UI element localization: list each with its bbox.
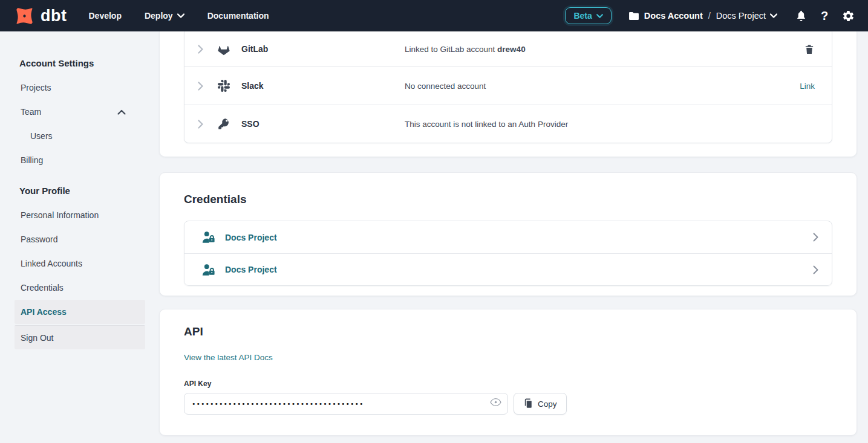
credential-row[interactable]: Docs Project: [184, 221, 832, 253]
sidebar-item-projects[interactable]: Projects: [15, 76, 145, 100]
gitlab-icon: [217, 43, 231, 56]
api-key-input[interactable]: [184, 393, 508, 415]
breadcrumb: Docs Account / Docs Project: [628, 11, 777, 21]
key-icon: [217, 118, 231, 130]
chevron-down-icon: [770, 13, 777, 18]
chevron-right-icon: [813, 233, 818, 242]
api-docs-link[interactable]: View the latest API Docs: [184, 353, 273, 362]
chevron-up-icon: [117, 109, 126, 115]
breadcrumb-account[interactable]: Docs Account: [628, 11, 703, 21]
sidebar-item-password[interactable]: Password: [15, 227, 145, 251]
folder-icon: [628, 11, 639, 21]
chevron-right-icon[interactable]: [198, 120, 203, 129]
service-name: GitLab: [241, 44, 405, 54]
top-navbar: dbt Develop Deploy Documentation Beta Do…: [0, 0, 868, 31]
credentials-table: Docs Project: [184, 221, 832, 286]
copy-icon: [523, 398, 533, 409]
service-name: SSO: [241, 119, 405, 129]
slack-icon: [217, 80, 231, 92]
nav-item-documentation[interactable]: Documentation: [207, 11, 269, 21]
trash-icon[interactable]: [804, 44, 815, 55]
primary-nav: Develop Deploy Documentation: [88, 11, 269, 21]
sidebar-item-billing[interactable]: Billing: [15, 148, 145, 172]
beta-dropdown-button[interactable]: Beta: [565, 7, 611, 24]
linked-accounts-card: GitLab Linked to GitLab account drew40: [159, 31, 857, 157]
chevron-down-icon: [596, 14, 603, 18]
credential-project-name: Docs Project: [225, 233, 277, 242]
linked-account-row-slack: Slack No connected account Link: [184, 66, 832, 105]
gitlab-username: drew40: [497, 45, 526, 54]
settings-gear-icon[interactable]: [840, 8, 856, 24]
credentials-card: Credentials Docs Project: [159, 172, 857, 296]
sidebar-item-users[interactable]: Users: [15, 124, 145, 148]
link-slack-button[interactable]: Link: [800, 82, 815, 91]
sidebar-item-linked-accounts[interactable]: Linked Accounts: [15, 251, 145, 276]
notifications-bell-icon[interactable]: [793, 8, 809, 24]
breadcrumb-separator: /: [708, 11, 711, 21]
linked-accounts-table: GitLab Linked to GitLab account drew40: [184, 31, 832, 143]
api-title: API: [184, 325, 832, 338]
settings-sidebar: Account Settings Projects Team Users Bil…: [0, 31, 159, 443]
sidebar-heading-your-profile: Your Profile: [15, 186, 159, 196]
brand-name: dbt: [41, 7, 67, 25]
main-content: GitLab Linked to GitLab account drew40: [159, 31, 868, 443]
sidebar-heading-account-settings: Account Settings: [15, 58, 159, 68]
linked-account-row-gitlab: GitLab Linked to GitLab account drew40: [184, 31, 832, 66]
eye-icon[interactable]: [490, 398, 501, 407]
credential-row[interactable]: Docs Project: [184, 253, 832, 285]
sidebar-item-sign-out[interactable]: Sign Out: [15, 325, 145, 349]
nav-item-develop[interactable]: Develop: [88, 11, 121, 21]
breadcrumb-project-dropdown[interactable]: Docs Project: [716, 11, 777, 21]
nav-item-deploy[interactable]: Deploy: [145, 11, 184, 21]
api-card: API View the latest API Docs API Key: [159, 309, 857, 436]
dbt-logo-icon: [13, 5, 36, 27]
credential-project-name: Docs Project: [225, 265, 277, 274]
sidebar-item-personal-information[interactable]: Personal Information: [15, 203, 145, 227]
service-status: Linked to GitLab account drew40: [405, 45, 804, 54]
user-lock-icon: [201, 264, 216, 276]
service-name: Slack: [241, 81, 405, 91]
service-status: No connected account: [405, 82, 800, 91]
dbt-logo[interactable]: dbt: [13, 5, 67, 27]
chevron-right-icon: [813, 265, 818, 274]
service-status: This account is not linked to an Auth Pr…: [405, 120, 815, 129]
copy-api-key-button[interactable]: Copy: [514, 393, 567, 415]
api-key-label: API Key: [184, 380, 832, 388]
sidebar-item-team[interactable]: Team: [15, 100, 145, 124]
chevron-right-icon[interactable]: [198, 82, 203, 91]
help-icon[interactable]: ?: [817, 8, 832, 24]
linked-account-row-sso: SSO This account is not linked to an Aut…: [184, 105, 832, 143]
chevron-right-icon[interactable]: [198, 45, 203, 54]
sidebar-item-credentials[interactable]: Credentials: [15, 276, 145, 300]
chevron-down-icon: [177, 13, 184, 18]
credentials-title: Credentials: [184, 193, 832, 206]
sidebar-item-api-access[interactable]: API Access: [15, 300, 145, 324]
user-lock-icon: [201, 231, 216, 244]
